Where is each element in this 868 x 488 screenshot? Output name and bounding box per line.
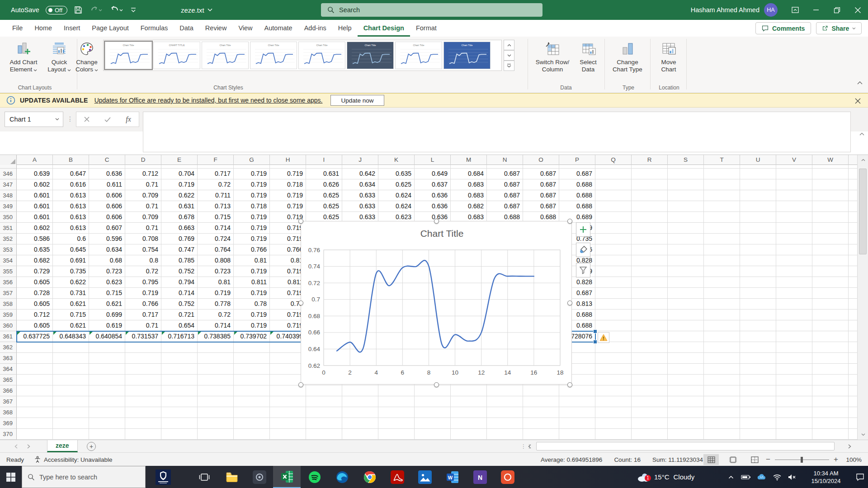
cell-K347[interactable]: 0.625 [378, 179, 415, 190]
cell-L348[interactable]: 0.636 [415, 190, 451, 201]
cell-B356[interactable]: 0.622 [53, 277, 89, 288]
cell-G350[interactable]: 0.719 [234, 212, 270, 223]
document-title[interactable]: zeze.txt [181, 0, 212, 20]
cell-F355[interactable]: 0.723 [198, 266, 234, 277]
dark-app-icon[interactable] [245, 466, 273, 488]
cell-G360[interactable]: 0.719 [234, 320, 270, 331]
cell-K346[interactable]: 0.635 [378, 169, 415, 179]
row-header-370[interactable]: 370 [0, 429, 17, 440]
cell-B352[interactable]: 0.6 [53, 234, 89, 244]
ribbon-tab-insert[interactable]: Insert [58, 20, 86, 37]
autosave-toggle[interactable]: Off [46, 6, 67, 14]
orange-app-icon[interactable] [494, 466, 521, 488]
cell-A358[interactable]: 0.605 [17, 299, 53, 310]
cell-I347[interactable]: 0.626 [306, 179, 342, 190]
cell-D353[interactable]: 0.754 [125, 244, 161, 255]
cell-B353[interactable]: 0.645 [53, 244, 89, 255]
cell-E356[interactable]: 0.794 [161, 277, 198, 288]
chart-style-thumbnail-2[interactable]: CHART TITLE [153, 42, 200, 69]
column-header-K[interactable]: K [378, 155, 415, 165]
cell-E349[interactable]: 0.631 [161, 201, 198, 212]
spotify-icon[interactable] [301, 466, 328, 488]
cell-F359[interactable]: 0.72 [198, 310, 234, 320]
cell-E361[interactable]: 0.716713 [161, 331, 198, 342]
column-header-H[interactable]: H [270, 155, 306, 165]
sheet-nav-right-icon[interactable] [24, 440, 33, 453]
cell-O348[interactable]: 0.687 [523, 190, 559, 201]
row-header-367[interactable]: 367 [0, 396, 17, 407]
cell-B354[interactable]: 0.691 [53, 255, 89, 266]
vertical-scroll-thumb[interactable] [859, 169, 867, 254]
row-header-358[interactable]: 358 [0, 299, 17, 310]
cell-P349[interactable]: 0.688 [559, 201, 595, 212]
cell-G349[interactable]: 0.718 [234, 201, 270, 212]
row-header-360[interactable]: 360 [0, 320, 17, 331]
row-header-361[interactable]: 361 [0, 331, 17, 342]
scroll-down-icon[interactable] [858, 430, 868, 440]
chart-filters-button[interactable] [576, 263, 590, 277]
cell-J347[interactable]: 0.634 [342, 179, 378, 190]
normal-view-button[interactable] [703, 454, 719, 465]
cell-D354[interactable]: 0.8 [125, 255, 161, 266]
chart-style-thumbnail-4[interactable]: Chart Title [250, 42, 297, 69]
ribbon-tab-view[interactable]: View [232, 20, 258, 37]
chart-style-thumbnail-6[interactable]: Chart Title [347, 42, 394, 69]
cell-F350[interactable]: 0.715 [198, 212, 234, 223]
row-header-369[interactable]: 369 [0, 418, 17, 429]
acrobat-icon[interactable] [383, 466, 411, 488]
cell-E350[interactable]: 0.678 [161, 212, 198, 223]
cell-B346[interactable]: 0.647 [53, 169, 89, 179]
cell-D352[interactable]: 0.708 [125, 234, 161, 244]
cell-N348[interactable]: 0.687 [487, 190, 523, 201]
chart-style-thumbnail-8[interactable]: Chart Title [443, 42, 491, 69]
cell-P346[interactable]: 0.687 [559, 169, 595, 179]
cell-A346[interactable]: 0.639 [17, 169, 53, 179]
cell-A360[interactable]: 0.605 [17, 320, 53, 331]
cell-E359[interactable]: 0.721 [161, 310, 198, 320]
column-header-S[interactable]: S [668, 155, 704, 165]
excel-icon[interactable] [273, 466, 301, 488]
cell-G346[interactable]: 0.719 [234, 169, 270, 179]
cell-B348[interactable]: 0.613 [53, 190, 89, 201]
row-header-365[interactable]: 365 [0, 375, 17, 385]
column-header-E[interactable]: E [161, 155, 198, 165]
ribbon-tab-data[interactable]: Data [174, 20, 199, 37]
row-header-355[interactable]: 355 [0, 266, 17, 277]
chart-resize-handle[interactable] [298, 382, 303, 387]
column-header-P[interactable]: P [559, 155, 595, 165]
enter-icon[interactable] [101, 113, 114, 126]
cell-M346[interactable]: 0.684 [451, 169, 487, 179]
chart-style-thumbnail-1[interactable]: Chart Title [105, 42, 152, 69]
gallery-scroll-up-icon[interactable] [504, 40, 514, 50]
column-header-F[interactable]: F [198, 155, 234, 165]
ribbon-tab-review[interactable]: Review [199, 20, 233, 37]
accessibility-status[interactable]: Accessibility: Unavailable [34, 456, 113, 463]
cell-C351[interactable]: 0.607 [89, 223, 125, 234]
chart-style-thumbnail-7[interactable]: Chart Title [395, 42, 442, 69]
cell-D361[interactable]: 0.731537 [125, 331, 161, 342]
column-header-D[interactable]: D [125, 155, 161, 165]
column-header-G[interactable]: G [234, 155, 270, 165]
chart-style-thumbnail-3[interactable]: Chart Title [202, 42, 249, 69]
vertical-scrollbar[interactable] [857, 155, 868, 440]
cell-F346[interactable]: 0.717 [198, 169, 234, 179]
column-header-T[interactable]: T [704, 155, 740, 165]
move-chart-button[interactable]: MoveChart [654, 38, 684, 91]
column-header-B[interactable]: B [53, 155, 89, 165]
cell-B349[interactable]: 0.613 [53, 201, 89, 212]
name-box-resize-handle[interactable]: ⋮ [67, 115, 74, 122]
cell-D356[interactable]: 0.795 [125, 277, 161, 288]
cell-C355[interactable]: 0.723 [89, 266, 125, 277]
cell-F358[interactable]: 0.778 [198, 299, 234, 310]
cell-H347[interactable]: 0.718 [270, 179, 306, 190]
cell-A353[interactable]: 0.635 [17, 244, 53, 255]
chart-resize-handle[interactable] [567, 219, 572, 224]
cell-I349[interactable]: 0.625 [306, 201, 342, 212]
cell-L346[interactable]: 0.649 [415, 169, 451, 179]
cell-A352[interactable]: 0.586 [17, 234, 53, 244]
cell-B360[interactable]: 0.621 [53, 320, 89, 331]
cell-F347[interactable]: 0.72 [198, 179, 234, 190]
cell-A351[interactable]: 0.602 [17, 223, 53, 234]
row-header-364[interactable]: 364 [0, 364, 17, 375]
row-header-368[interactable]: 368 [0, 407, 17, 418]
